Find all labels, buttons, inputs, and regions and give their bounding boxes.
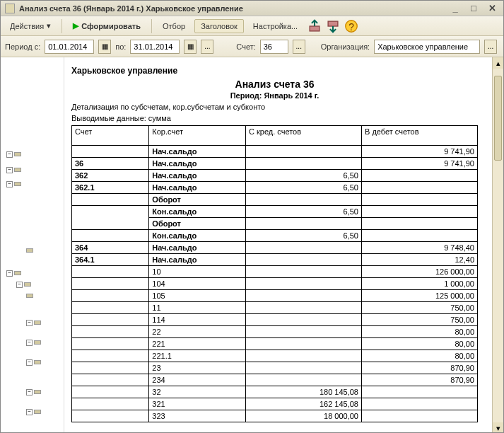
scroll-thumb[interactable] xyxy=(494,76,502,161)
account-picker-button[interactable]: ... xyxy=(293,40,305,54)
actions-menu[interactable]: Действия ▾ xyxy=(4,18,57,33)
table-cell: 221.1 xyxy=(149,350,246,362)
table-cell xyxy=(361,170,477,182)
generate-button[interactable]: ▶ Сформировать xyxy=(66,18,147,33)
table-cell: Нач.сальдо xyxy=(149,182,246,194)
outline-node[interactable]: − xyxy=(16,279,64,289)
table-cell xyxy=(72,410,149,422)
table-cell xyxy=(72,338,149,350)
table-row: Кон.сальдо6,50 xyxy=(72,230,478,242)
table-cell xyxy=(361,206,477,218)
table-cell xyxy=(245,218,361,230)
table-row: 32318 000,00 xyxy=(72,410,478,422)
period-to-input[interactable] xyxy=(130,40,180,54)
org-input[interactable] xyxy=(374,40,480,54)
outline-node[interactable]: − xyxy=(26,318,64,328)
outline-node[interactable]: − xyxy=(26,337,64,347)
table-cell: 9 741,90 xyxy=(361,158,477,170)
table-cell xyxy=(72,230,149,242)
table-cell: 80,00 xyxy=(361,326,477,338)
outline-node[interactable]: − xyxy=(26,387,64,397)
table-cell: 18 000,00 xyxy=(245,410,361,422)
table-cell xyxy=(361,218,477,230)
table-cell xyxy=(72,398,149,410)
table-cell: Нач.сальдо xyxy=(149,146,246,158)
period-to-label: по: xyxy=(115,42,126,51)
account-input[interactable] xyxy=(260,40,288,54)
table-cell xyxy=(72,194,149,206)
table-cell: 114 xyxy=(149,314,246,326)
calendar-to-icon[interactable]: ▦ xyxy=(184,40,197,54)
table-cell xyxy=(245,338,361,350)
table-row: 362Нач.сальдо6,50 xyxy=(72,170,478,182)
outline-node[interactable] xyxy=(26,246,64,255)
table-cell: 11 xyxy=(149,302,246,314)
table-cell: 870,90 xyxy=(361,374,477,386)
table-row: 32180 145,08 xyxy=(72,386,478,398)
org-label: Организация: xyxy=(321,42,370,51)
scroll-up-icon[interactable]: ▴ xyxy=(493,57,503,69)
table-cell xyxy=(361,398,477,410)
table-cell: 321 xyxy=(149,398,246,410)
col-account: Счет xyxy=(72,126,149,146)
maximize-button[interactable]: □ xyxy=(467,3,481,14)
period-from-input[interactable] xyxy=(45,40,94,54)
table-cell: 80,00 xyxy=(361,338,477,350)
separator xyxy=(61,19,62,33)
scroll-track[interactable] xyxy=(493,69,503,422)
svg-rect-0 xyxy=(310,26,320,31)
outline-node[interactable]: − xyxy=(6,149,64,159)
table-cell xyxy=(72,206,149,218)
table-row: 364.1Нач.сальдо12,40 xyxy=(72,254,478,266)
vertical-scrollbar[interactable]: ▴ ▾ xyxy=(492,57,503,433)
separator xyxy=(151,19,152,33)
load-icon[interactable] xyxy=(307,18,322,34)
scroll-down-icon[interactable]: ▾ xyxy=(493,422,503,433)
table-cell: 180 145,08 xyxy=(245,386,361,398)
table-cell xyxy=(245,350,361,362)
dropdown-icon: ▾ xyxy=(47,21,51,30)
outline-node[interactable]: − xyxy=(6,179,64,189)
table-row: 362.1Нач.сальдо6,50 xyxy=(72,182,478,194)
actions-label: Действия xyxy=(10,22,44,30)
table-cell: 10 xyxy=(149,266,246,278)
table-cell xyxy=(72,146,149,158)
table-cell xyxy=(361,182,477,194)
outline-node[interactable] xyxy=(26,291,64,301)
table-cell xyxy=(245,314,361,326)
table-cell xyxy=(361,410,477,422)
table-cell xyxy=(245,362,361,374)
table-cell xyxy=(72,218,149,230)
table-cell: 162 145,08 xyxy=(245,398,361,410)
table-cell: 6,50 xyxy=(245,230,361,242)
table-cell: 364.1 xyxy=(72,254,149,266)
col-corr: Кор.счет xyxy=(149,126,246,146)
calendar-from-icon[interactable]: ▦ xyxy=(98,40,111,54)
outline-node[interactable]: − xyxy=(26,407,64,417)
close-button[interactable]: ✕ xyxy=(485,3,499,14)
period-picker-button[interactable]: ... xyxy=(201,40,213,54)
settings-button[interactable]: Настройка... xyxy=(247,19,304,33)
table-cell xyxy=(245,326,361,338)
minimize-button[interactable]: _ xyxy=(448,3,462,14)
outline-node[interactable]: − xyxy=(6,268,64,278)
table-cell xyxy=(72,374,149,386)
window-title: Анализ счета 36 (Январь 2014 г.) Харьков… xyxy=(19,4,444,13)
org-picker-button[interactable]: ... xyxy=(484,40,497,54)
filter-button[interactable]: Отбор xyxy=(156,19,192,33)
table-row: 364Нач.сальдо9 748,40 xyxy=(72,242,478,254)
help-icon[interactable]: ? xyxy=(344,18,359,34)
outline-node[interactable]: − xyxy=(26,357,64,367)
outline-node[interactable]: − xyxy=(6,165,64,175)
table-cell: 126 000,00 xyxy=(361,266,477,278)
table-cell: Нач.сальдо xyxy=(149,254,246,266)
table-cell: 22 xyxy=(149,326,246,338)
account-label: Счет: xyxy=(236,42,255,51)
report-org: Харьковское управление xyxy=(71,66,478,76)
table-cell: 323 xyxy=(149,410,246,422)
table-cell: 234 xyxy=(149,374,246,386)
report-body: Харьковское управление Анализ счета 36 П… xyxy=(64,57,492,433)
save-icon[interactable] xyxy=(325,18,341,34)
header-button[interactable]: Заголовок xyxy=(194,19,244,33)
table-cell xyxy=(245,290,361,302)
